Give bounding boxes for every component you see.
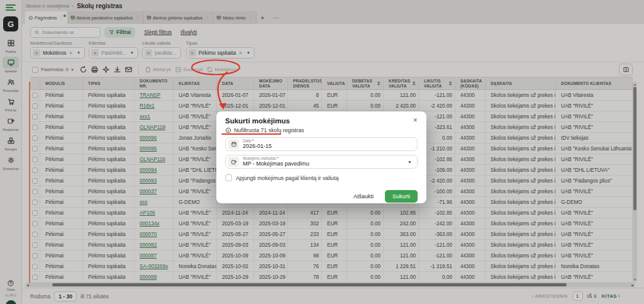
- chevron-down-icon: ▼: [408, 160, 412, 164]
- modal-info: Nufiltruota 71 skolų registras: [225, 127, 418, 133]
- modal-info-text: Nufiltruota 71 skolų registras: [234, 127, 304, 133]
- date-field-value: 2026-01-15: [243, 143, 272, 150]
- date-field-label: Data *: [243, 138, 272, 144]
- method-field-value: MP - Mokėjimas pavedimu: [243, 160, 309, 167]
- modal-title: Sukurti mokėjimus: [225, 117, 290, 125]
- app-root: G PradžiaApskaitaPersonalasPirkimaiParda…: [0, 0, 644, 304]
- create-payments-modal: Sukurti mokėjimus ✕ Nufiltruota 71 skolų…: [216, 111, 426, 203]
- payment-method-field[interactable]: Mokėjimo metodas * MP - Mokėjimas pavedi…: [225, 155, 418, 169]
- annotation-underline: [221, 133, 281, 135]
- merge-checkbox-label: Apjungti mokėjimus pagal klientą ir vali…: [236, 175, 338, 181]
- date-field[interactable]: Data * 2026-01-15: [225, 137, 418, 151]
- card-icon: [228, 157, 239, 167]
- close-icon[interactable]: ✕: [413, 117, 418, 123]
- info-icon: [225, 127, 231, 133]
- calendar-icon: [228, 139, 239, 149]
- method-field-label: Mokėjimo metodas *: [243, 156, 309, 161]
- cancel-button[interactable]: Atšaukti: [353, 193, 374, 200]
- merge-checkbox[interactable]: [225, 174, 232, 181]
- merge-checkbox-row: Apjungti mokėjimus pagal klientą ir vali…: [225, 174, 418, 181]
- submit-button[interactable]: Sukurti: [385, 190, 418, 203]
